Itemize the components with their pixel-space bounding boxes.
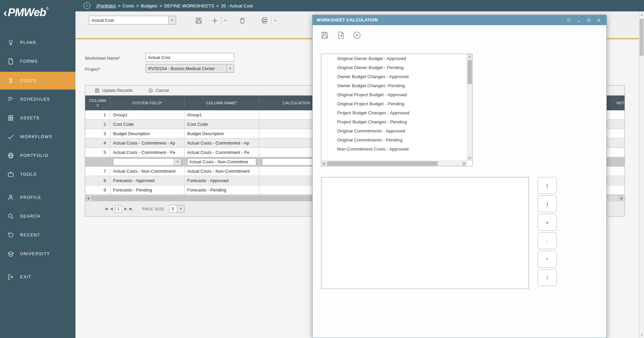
scroll-left-icon[interactable]: ◀ [321, 161, 326, 166]
cell-system-field: Cost Code [110, 120, 184, 129]
listbox-horizontal-scrollbar[interactable]: ◀ ▶ [321, 161, 467, 166]
cell-system-field: Forecasts - Pending [110, 185, 184, 194]
sidebar-item-label: WORKFLOWS [20, 134, 52, 139]
close-icon[interactable] [595, 17, 602, 23]
cell-system-field: Forecasts - Approved [110, 176, 184, 185]
operator-open-paren-button[interactable]: ( [538, 177, 557, 194]
graduation-icon [7, 250, 15, 258]
scrollbar-thumb[interactable] [327, 161, 438, 166]
chevron-down-icon[interactable]: ▼ [168, 16, 176, 24]
topbar: i (Portfolio)>Costs>Budgets>DEFINE WORKS… [75, 0, 644, 11]
chevron-down-icon[interactable]: ▼ [177, 205, 184, 212]
info-icon[interactable]: i [84, 2, 90, 9]
minimize-icon[interactable] [575, 17, 582, 23]
sidebar-item-label: PLANS [20, 40, 36, 45]
add-menu-caret-icon[interactable]: ▼ [223, 19, 228, 22]
cancel-circle-icon[interactable] [352, 31, 362, 40]
cell-column-number: 3 [85, 129, 110, 138]
save-calculation-button[interactable] [320, 31, 329, 40]
scrollbar-thumb[interactable] [640, 19, 644, 56]
calc-field-option[interactable]: Original Owner Budget - Pending [321, 63, 467, 72]
refresh-icon[interactable] [565, 17, 572, 23]
sidebar-item-search[interactable]: SEARCH [0, 208, 75, 225]
prev-page-button[interactable]: ◀ [110, 207, 112, 211]
scroll-up-icon[interactable]: ▲ [467, 54, 472, 59]
print-button[interactable] [260, 15, 270, 25]
page-size-selector[interactable]: 5 ▼ [169, 205, 184, 213]
operator-close-paren-button[interactable]: ) [538, 195, 557, 212]
cell-column-number [85, 157, 110, 166]
calc-field-option[interactable]: Non-Commitment Costs - Approved [321, 145, 467, 154]
modal-titlebar[interactable]: WORKSHEET CALCULATION [313, 15, 606, 25]
scroll-up-icon[interactable]: ▲ [639, 12, 644, 17]
chevron-down-icon[interactable]: ▼ [174, 159, 181, 165]
calc-field-option[interactable]: Original Project Budget - Pending [321, 99, 467, 108]
worksheet-selector[interactable]: Actual Cost ▼ [89, 16, 176, 24]
next-page-button[interactable]: ▶ [124, 207, 127, 211]
scrollbar-thumb[interactable] [468, 60, 472, 84]
sidebar-item-label: PROFILE [20, 195, 41, 200]
sidebar-item-costs[interactable]: COSTS [0, 72, 75, 90]
scroll-down-icon[interactable]: ▼ [639, 332, 644, 337]
worksheet-calculation-modal: WORKSHEET CALCULATION [312, 15, 607, 338]
calculation-fields-listbox: Original Owner Budget - ApprovedOriginal… [321, 54, 473, 166]
sidebar-item-schedules[interactable]: SCHEDULES [0, 91, 75, 108]
sidebar: ‹ PMWeb ® PLANSFORMSCOSTSSCHEDULESASSETS… [0, 0, 75, 338]
calc-field-option[interactable]: Owner Budget Changes -Pending [321, 81, 467, 90]
last-page-button[interactable]: ▶| [129, 207, 132, 211]
cell-column-name: Actual Costs - Commitment - Ap [184, 138, 259, 148]
calc-field-option[interactable]: Original Commitments - Pending [321, 135, 467, 145]
listbox-vertical-scrollbar[interactable]: ▲ ▼ [467, 54, 472, 161]
first-page-button[interactable]: |◀ [105, 207, 107, 211]
column-name-input[interactable] [187, 158, 256, 166]
worksheet-name-input[interactable] [146, 53, 234, 62]
sidebar-item-assets[interactable]: ASSETS [0, 110, 75, 126]
sidebar-item-forms[interactable]: FORMS [0, 53, 75, 70]
cell-column-number: 8 [85, 176, 110, 185]
history-icon [7, 231, 15, 239]
pmweb-logo[interactable]: ‹ PMWeb ® [0, 0, 75, 25]
cancel-button[interactable]: Cancel [148, 88, 169, 93]
scroll-left-icon[interactable]: ◀ [85, 195, 91, 202]
delete-button[interactable] [237, 15, 248, 25]
calc-field-option[interactable]: Project Budget Changes - Approved [321, 108, 467, 117]
sidebar-item-recent[interactable]: RECENT [0, 227, 75, 243]
sidebar-item-tools[interactable]: TOOLS [0, 166, 75, 183]
cell-column-number: 1 [85, 110, 110, 119]
project-selector[interactable]: RVS0104 - Boston Medical Center ▼ [146, 64, 234, 73]
breadcrumb-portfolio-link[interactable]: (Portfolio) [96, 3, 116, 8]
calc-field-option[interactable]: Owner Budget Changes - Approved [321, 72, 467, 81]
cell-column-number: 2 [85, 120, 110, 129]
sidebar-item-university[interactable]: UNIVERSITY [0, 245, 75, 262]
cell-column-name [184, 157, 259, 166]
print-menu-caret-icon[interactable]: ▼ [273, 19, 278, 22]
scroll-right-icon[interactable]: ▶ [619, 195, 625, 202]
page-vertical-scrollbar[interactable]: ▲ ▼ [639, 11, 644, 338]
export-button[interactable] [336, 31, 345, 40]
operator-multiply-button[interactable]: * [538, 251, 557, 268]
sidebar-item-workflows[interactable]: WORKFLOWS [0, 128, 75, 145]
save-button[interactable] [194, 15, 204, 25]
update-records-button[interactable]: Update Records [95, 88, 132, 93]
operator-divide-button[interactable]: / [538, 269, 557, 286]
column-header-column: COLUMN # [85, 96, 110, 110]
sidebar-item-portfolio[interactable]: PORTFOLIO [0, 147, 75, 164]
calculation-expression-area[interactable] [321, 177, 529, 289]
sidebar-item-exit[interactable]: EXIT [0, 269, 75, 285]
sidebar-item-plans[interactable]: PLANS [0, 34, 75, 51]
current-page[interactable]: 1 [115, 205, 122, 213]
calc-field-option[interactable]: Original Commitments - Approved [321, 126, 467, 135]
scroll-down-icon[interactable]: ▼ [467, 156, 472, 161]
system-field-selector[interactable]: ▼ [113, 158, 181, 166]
chevron-down-icon[interactable]: ▼ [226, 64, 234, 72]
operator-plus-button[interactable]: + [538, 214, 557, 231]
add-record-button[interactable] [210, 15, 220, 25]
operator-minus-button[interactable]: - [538, 232, 557, 249]
calc-field-option[interactable]: Original Owner Budget - Approved [321, 54, 467, 63]
calc-field-option[interactable]: Original Project Budget - Approved [321, 90, 467, 99]
calc-field-option[interactable]: Project Budget Changes - Pending [321, 117, 467, 126]
maximize-icon[interactable] [585, 17, 592, 23]
document-icon [7, 57, 15, 65]
scroll-right-icon[interactable]: ▶ [462, 161, 467, 166]
sidebar-item-profile[interactable]: PROFILE [0, 189, 75, 206]
